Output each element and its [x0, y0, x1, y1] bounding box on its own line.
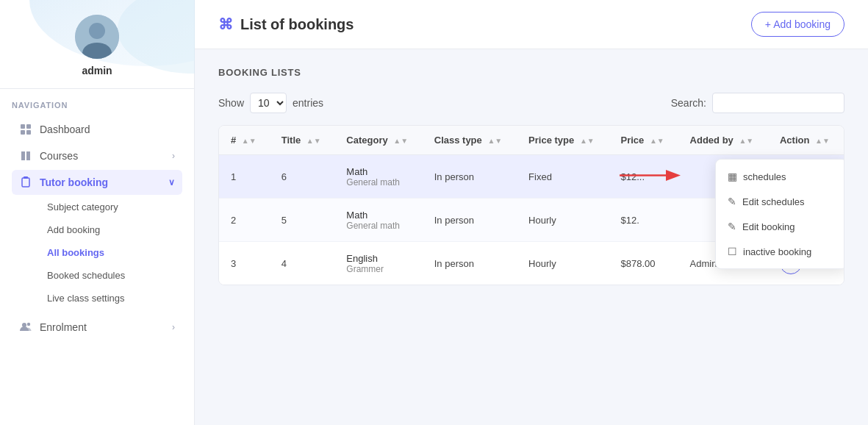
entries-select[interactable]: 10 25 50: [250, 93, 287, 113]
svg-rect-10: [24, 176, 28, 179]
cell-num: 1: [219, 155, 270, 199]
sidebar-item-enrolment-label: Enrolment: [40, 321, 87, 333]
sidebar-item-tutor-booking-label: Tutor booking: [40, 176, 108, 188]
col-action[interactable]: Action ▲▼: [768, 126, 844, 155]
chevron-down-icon: ∨: [168, 177, 175, 188]
square-icon: ☐: [728, 246, 737, 257]
sidebar-item-dashboard-label: Dashboard: [40, 124, 90, 135]
cell-num: 3: [219, 242, 270, 285]
chevron-right-icon-enrolment: ›: [172, 322, 175, 332]
col-price[interactable]: Price ▲▼: [609, 126, 678, 155]
dropdown-item-schedules[interactable]: ▦ schedules: [716, 164, 844, 189]
nav-section-label: NAVIGATION: [12, 101, 182, 110]
tutor-booking-subnav: Subject category Add booking All booking…: [12, 196, 182, 309]
cell-price-type: Hourly: [517, 242, 609, 285]
col-added-by[interactable]: Added by ▲▼: [678, 126, 768, 155]
svg-rect-5: [21, 124, 25, 129]
search-input[interactable]: [712, 93, 844, 113]
svg-point-3: [89, 23, 105, 39]
svg-point-12: [27, 323, 30, 326]
col-category[interactable]: Category ▲▼: [334, 126, 422, 155]
cell-class-type: In person: [423, 155, 517, 199]
col-price-type[interactable]: Price type ▲▼: [517, 126, 609, 155]
dropdown-item-edit-schedules[interactable]: ✎ Edit schedules: [716, 189, 844, 214]
table-header-row: # ▲▼ Title ▲▼ Category ▲▼ Class type ▲▼ …: [219, 126, 844, 155]
svg-rect-9: [22, 178, 29, 187]
search-label: Search:: [671, 97, 706, 109]
cell-category: Math General math: [334, 155, 422, 199]
add-booking-button[interactable]: + Add booking: [751, 12, 844, 37]
table-controls: Show 10 25 50 entries Search:: [218, 93, 844, 113]
cell-price-type: Hourly: [517, 199, 609, 242]
users-icon: [19, 321, 32, 334]
cell-price: $12...: [609, 155, 678, 199]
show-label: Show: [218, 97, 244, 109]
avatar: [75, 15, 119, 59]
cell-class-type: In person: [423, 199, 517, 242]
cell-category: Math General math: [334, 199, 422, 242]
col-class-type[interactable]: Class type ▲▼: [423, 126, 517, 155]
command-icon: ⌘: [218, 15, 233, 33]
dropdown-item-edit-booking[interactable]: ✎ Edit booking: [716, 214, 844, 239]
sidebar-item-all-bookings[interactable]: All bookings: [40, 242, 182, 263]
sidebar-item-dashboard[interactable]: Dashboard: [12, 117, 182, 142]
dropdown-edit-booking-label: Edit booking: [742, 221, 795, 232]
dropdown-edit-schedules-label: Edit schedules: [742, 196, 805, 207]
pencil-edit-icon: ✎: [728, 221, 736, 232]
svg-rect-7: [21, 130, 25, 135]
sidebar-item-tutor-booking[interactable]: Tutor booking ∨: [12, 170, 182, 195]
cell-price-type: Fixed: [517, 155, 609, 199]
action-dropdown: ▦ schedules ✎ Edit schedules ✎ Edit book…: [715, 159, 844, 269]
grid-icon: [19, 123, 32, 136]
sidebar-item-subject-category[interactable]: Subject category: [40, 196, 182, 218]
cell-price: $12.: [609, 199, 678, 242]
cell-title: 6: [270, 155, 335, 199]
bookings-table: # ▲▼ Title ▲▼ Category ▲▼ Class type ▲▼ …: [218, 125, 844, 285]
page-title: ⌘ List of bookings: [218, 15, 354, 33]
col-num[interactable]: # ▲▼: [219, 126, 270, 155]
entries-label: entries: [293, 97, 323, 109]
dropdown-item-inactive-booking[interactable]: ☐ inactive booking: [716, 239, 844, 264]
svg-rect-6: [26, 124, 31, 129]
dropdown-schedules-label: schedules: [743, 171, 786, 182]
page-header: ⌘ List of bookings + Add booking: [195, 0, 868, 49]
sidebar-item-courses[interactable]: Courses ›: [12, 143, 182, 168]
show-entries: Show 10 25 50 entries: [218, 93, 323, 113]
cell-category: English Grammer: [334, 242, 422, 285]
sidebar-item-enrolment[interactable]: Enrolment ›: [12, 315, 182, 340]
section-title: BOOKING LISTS: [218, 67, 844, 78]
main-content: ⌘ List of bookings + Add booking BOOKING…: [195, 0, 868, 425]
table-icon: ▦: [728, 171, 737, 182]
cell-num: 2: [219, 199, 270, 242]
cell-title: 4: [270, 242, 335, 285]
pencil-icon: ✎: [728, 196, 736, 207]
table-row: 1 6 Math General math In person Fixed $1…: [219, 155, 844, 199]
cell-price: $878.00: [609, 242, 678, 285]
sidebar-item-add-booking[interactable]: Add booking: [40, 219, 182, 240]
svg-rect-8: [26, 130, 31, 135]
admin-username: admin: [82, 65, 112, 76]
book-icon: [19, 149, 32, 162]
search-box: Search:: [671, 93, 844, 113]
sidebar-item-live-class-settings[interactable]: Live class settings: [40, 288, 182, 309]
cell-action: ⋯ ▦ schedules ✎ Edit schedules: [768, 155, 844, 199]
clipboard-icon: [19, 176, 32, 189]
sidebar-item-courses-label: Courses: [40, 150, 78, 162]
cell-class-type: In person: [423, 242, 517, 285]
col-title[interactable]: Title ▲▼: [270, 126, 335, 155]
chevron-right-icon: ›: [172, 151, 175, 161]
sidebar-item-booked-schedules[interactable]: Booked schedules: [40, 265, 182, 286]
dropdown-inactive-booking-label: inactive booking: [743, 246, 811, 257]
content-area: BOOKING LISTS Show 10 25 50 entries Sear…: [195, 49, 868, 425]
cell-title: 5: [270, 199, 335, 242]
